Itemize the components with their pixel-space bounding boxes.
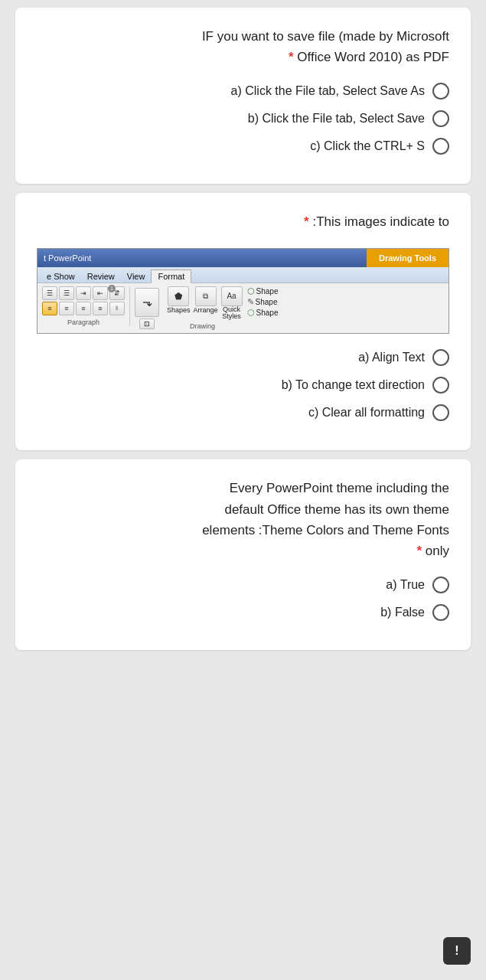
- question-3-text: Every PowerPoint theme including the def…: [37, 478, 449, 561]
- tab-eshow: e Show: [41, 270, 81, 283]
- toolbar-body: ☰ ☰ ⇥ ⇤ 1 ⇵ ≡ ≡ ≡ ≡ ⫴ Paragraph: [38, 283, 448, 334]
- floating-action-button[interactable]: !: [443, 937, 471, 965]
- toolbar-drawing-tools-label: Drawing Tools: [367, 249, 448, 267]
- option-1c-label: c) Click the CTRL+ S: [310, 139, 425, 153]
- col-btn[interactable]: ⫴: [109, 302, 125, 315]
- paragraph-row2: ≡ ≡ ≡ ≡ ⫴: [42, 302, 125, 315]
- toolbar-screenshot: t PowerPoint Drawing Tools e Show Review…: [37, 248, 449, 335]
- question-3-line2: default Office theme has its own theme: [224, 502, 449, 517]
- align-btn-2[interactable]: ≡: [59, 302, 74, 315]
- option-row-2a: a) Align Text: [37, 349, 449, 366]
- shape-label-1: Shape: [256, 287, 279, 296]
- toolbar-title-bar: t PowerPoint Drawing Tools: [38, 249, 448, 267]
- question-3-asterisk: *: [416, 544, 422, 558]
- option-2a-label: a) Align Text: [358, 351, 425, 364]
- option-row-3b: b) False: [37, 604, 449, 621]
- option-3a-radio[interactable]: [432, 577, 449, 593]
- paragraph-section: ☰ ☰ ⇥ ⇤ 1 ⇵ ≡ ≡ ≡ ≡ ⫴ Paragraph: [42, 286, 130, 326]
- question-1-text: IF you want to save file (made by Micros…: [37, 26, 449, 67]
- option-2a-radio[interactable]: [432, 349, 449, 366]
- shape-icon-2: ✎: [247, 297, 254, 307]
- shape-label-3: Shape: [256, 309, 279, 317]
- question-3-line1: Every PowerPoint theme including the: [230, 481, 449, 495]
- question-1-line2-rest: Office Word 2010) as PDF: [297, 50, 449, 64]
- option-1a-label: a) Click the File tab, Select Save As: [231, 84, 425, 98]
- sub-cursor-btn[interactable]: ⊡: [139, 318, 155, 329]
- option-2b-radio[interactable]: [432, 377, 449, 394]
- list-btn-2[interactable]: ☰: [59, 286, 74, 300]
- question-3-only: only: [426, 544, 449, 558]
- toolbar-app-title: t PowerPoint: [38, 249, 367, 267]
- quick-styles-label: QuickStyles: [222, 306, 241, 322]
- toolbar-tab-bar: e Show Review View Format: [38, 267, 448, 283]
- shape-item-1: ⬡ Shape: [247, 286, 279, 296]
- question-2-text: * :This images indicate to: [37, 211, 449, 232]
- shape-icon-3: ⬡: [247, 308, 255, 318]
- quick-styles-btn-container: Aa QuickStyles: [221, 286, 243, 322]
- direction-btn[interactable]: 1 ⇵: [109, 286, 125, 300]
- shape-item-2: ✎ Shape: [247, 297, 278, 307]
- option-row-1b: b) Click the File tab, Select Save: [37, 110, 449, 127]
- arrange-btn-label: Arrange: [194, 306, 218, 314]
- shape-label-2: Shape: [256, 298, 278, 306]
- paragraph-label: Paragraph: [42, 318, 125, 326]
- option-row-3a: a) True: [37, 577, 449, 593]
- cursor-section: ⬎ ⊡: [135, 288, 159, 329]
- drawing-row-1: ⬟ Shapes ⧉ Arrange Aa QuickStyles ⬡: [167, 286, 278, 322]
- option-row-2b: b) To change text direction: [37, 377, 449, 394]
- shape-icon-1: ⬡: [247, 286, 255, 296]
- question-2-asterisk: *: [304, 214, 309, 229]
- tab-review: Review: [81, 270, 121, 283]
- shapes-btn-label: Shapes: [167, 306, 191, 314]
- indent-btn-1[interactable]: ⇥: [76, 286, 91, 300]
- option-1b-label: b) Click the File tab, Select Save: [248, 112, 425, 126]
- list-btn-1[interactable]: ☰: [42, 286, 57, 300]
- tab-view: View: [121, 270, 152, 283]
- option-2c-radio[interactable]: [432, 404, 449, 421]
- paragraph-row1: ☰ ☰ ⇥ ⇤ 1 ⇵: [42, 286, 125, 300]
- align-btn-3[interactable]: ≡: [76, 302, 91, 315]
- option-1b-radio[interactable]: [432, 110, 449, 127]
- num-badge: 1: [108, 285, 116, 292]
- option-row-1a: a) Click the File tab, Select Save As: [37, 83, 449, 100]
- shape-items: ⬡ Shape ✎ Shape ⬡ Shape: [247, 286, 279, 322]
- drawing-buttons-section: ⬟ Shapes ⧉ Arrange Aa QuickStyles ⬡: [167, 286, 278, 331]
- indent-btn-2[interactable]: ⇤: [93, 286, 108, 300]
- option-1c-radio[interactable]: [432, 138, 449, 155]
- shapes-btn[interactable]: ⬟: [168, 286, 189, 306]
- tab-format: Format: [151, 270, 191, 283]
- shape-item-3: ⬡ Shape: [247, 308, 279, 318]
- question-2-line1: :This images indicate to: [312, 214, 449, 229]
- question-1-asterisk: *: [289, 50, 294, 64]
- arrange-btn-container: ⧉ Arrange: [194, 286, 218, 322]
- option-2b-label: b) To change text direction: [282, 378, 425, 392]
- option-row-1c: c) Click the CTRL+ S: [37, 138, 449, 155]
- align-btn-1[interactable]: ≡: [42, 302, 57, 315]
- question-card-2: * :This images indicate to t PowerPoint …: [15, 193, 471, 450]
- option-1a-radio[interactable]: [432, 83, 449, 100]
- question-card-3: Every PowerPoint theme including the def…: [15, 459, 471, 650]
- option-2c-label: c) Clear all formatting: [308, 406, 425, 420]
- question-3-line3: elements :Theme Colors and Theme Fonts: [202, 523, 449, 537]
- question-card-1: IF you want to save file (made by Micros…: [15, 8, 471, 184]
- option-3a-label: a) True: [386, 578, 425, 592]
- option-3b-radio[interactable]: [432, 604, 449, 621]
- option-row-2c: c) Clear all formatting: [37, 404, 449, 421]
- quick-styles-btn[interactable]: Aa: [221, 286, 243, 306]
- shapes-btn-container: ⬟ Shapes: [167, 286, 191, 322]
- align-btn-4[interactable]: ≡: [93, 302, 108, 315]
- drawing-section-label: Drawing: [190, 322, 215, 330]
- cursor-btn[interactable]: ⬎: [135, 288, 159, 317]
- arrange-btn[interactable]: ⧉: [195, 286, 217, 306]
- question-1-line1: IF you want to save file (made by Micros…: [202, 29, 449, 44]
- option-3b-label: b) False: [380, 606, 425, 619]
